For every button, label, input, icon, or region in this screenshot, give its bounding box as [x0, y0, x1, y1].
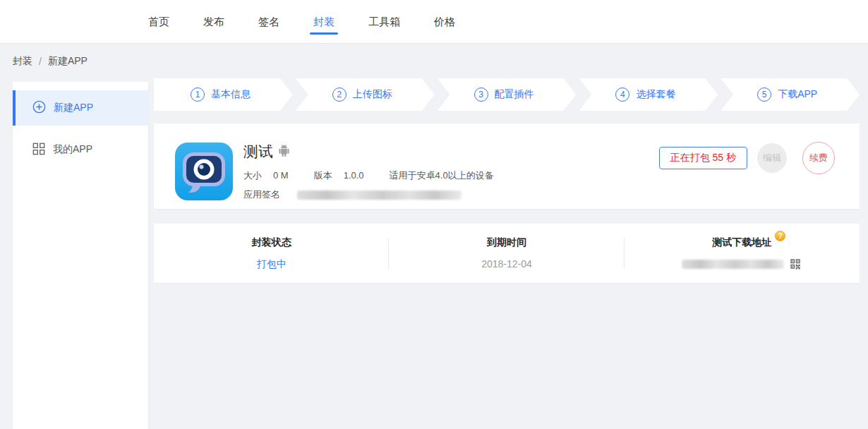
steps-bar: 1 基本信息 2 上传图标 3 配置插件 4 选择套餐 5 下载APP	[154, 78, 860, 111]
step-upload-icon[interactable]: 2 上传图标	[296, 78, 435, 111]
status-col-expiry: 到期时间 2018-12-04	[389, 224, 624, 283]
breadcrumb-item-package[interactable]: 封装	[13, 55, 32, 68]
sidebar-item-my-app[interactable]: 我的APP	[13, 132, 148, 167]
signature-label: 应用签名	[243, 188, 280, 201]
step-label: 上传图标	[353, 88, 392, 101]
edit-button[interactable]: 编辑	[757, 143, 787, 173]
step-select-plan[interactable]: 4 选择套餐	[579, 78, 718, 111]
app-size: 大小0 M	[243, 169, 289, 182]
step-label: 选择套餐	[636, 88, 675, 101]
step-label: 基本信息	[211, 88, 251, 101]
package-state-value: 打包中	[154, 258, 389, 271]
app-version: 版本1.0.0	[314, 169, 364, 182]
android-icon	[278, 145, 290, 159]
packing-status-button[interactable]: 正在打包 55 秒	[659, 147, 747, 169]
nav-tab-sign[interactable]: 签名	[258, 15, 279, 29]
sidebar-item-label: 我的APP	[53, 143, 92, 156]
status-card: 封装状态 打包中 到期时间 2018-12-04 测试下载地址 ?	[154, 224, 860, 283]
sidebar-item-label: 新建APP	[54, 102, 93, 114]
status-label: 到期时间	[487, 236, 526, 249]
breadcrumb-separator: /	[39, 56, 42, 67]
redacted-signature	[297, 191, 462, 200]
sidebar: 新建APP 我的APP	[13, 82, 148, 429]
status-label: 封装状态	[252, 236, 291, 249]
step-label: 配置插件	[495, 88, 534, 101]
nav-tab-price[interactable]: 价格	[434, 15, 455, 29]
top-nav: 首页 发布 签名 封装 工具箱 价格	[0, 0, 868, 44]
step-number-badge: 4	[615, 87, 629, 102]
step-number-badge: 1	[191, 87, 205, 102]
app-icon	[175, 143, 233, 200]
step-label: 下载APP	[778, 88, 817, 101]
nav-tab-package[interactable]: 封装	[313, 15, 334, 29]
step-configure-plugins[interactable]: 3 配置插件	[438, 78, 577, 111]
step-number-badge: 5	[757, 87, 771, 102]
nav-tab-toolbox[interactable]: 工具箱	[368, 15, 400, 29]
step-basic-info[interactable]: 1 基本信息	[154, 78, 293, 111]
app-actions: 正在打包 55 秒 编辑 续费	[659, 141, 835, 175]
expiry-date-value: 2018-12-04	[389, 258, 624, 270]
qr-code-icon[interactable]	[789, 258, 802, 270]
step-number-badge: 2	[332, 87, 346, 102]
status-col-package-state: 封装状态 打包中	[154, 224, 389, 283]
grid-icon	[32, 143, 45, 157]
plus-circle-icon	[32, 100, 46, 116]
app-compatibility: 适用于安卓4.0以上的设备	[390, 169, 494, 182]
step-number-badge: 3	[474, 87, 488, 102]
breadcrumb-item-new-app: 新建APP	[48, 55, 88, 68]
renew-button[interactable]: 续费	[802, 142, 835, 174]
step-download-app[interactable]: 5 下载APP	[721, 78, 860, 111]
app-card: 测试 大小0 M 版本1.0.0 适用于安卓4.0以上的设备 应用签名 正在打包…	[154, 123, 860, 209]
nav-tab-home[interactable]: 首页	[148, 15, 169, 29]
sidebar-item-new-app[interactable]: 新建APP	[13, 90, 148, 126]
breadcrumb: 封装 / 新建APP	[0, 44, 868, 78]
status-label: 测试下载地址 ?	[712, 236, 771, 249]
app-title: 测试	[243, 143, 273, 160]
coin-question-icon[interactable]: ?	[775, 231, 785, 241]
status-col-download-url: 测试下载地址 ?	[625, 224, 860, 283]
redacted-download-url	[682, 260, 784, 269]
nav-tab-publish[interactable]: 发布	[203, 15, 224, 29]
